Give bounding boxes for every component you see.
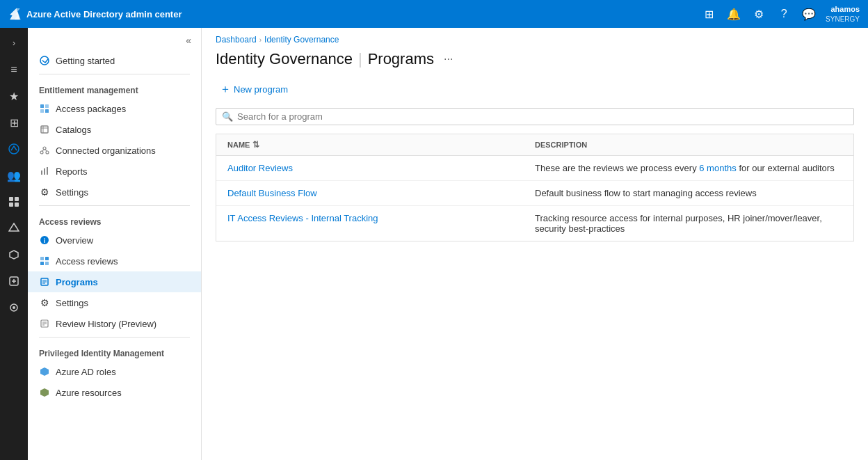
program-desc-auditor: These are the reviews we process every 6…: [535, 163, 842, 173]
collapse-btn-area: «: [28, 28, 201, 50]
getting-started-icon: [39, 55, 50, 66]
azure-ad-roles-icon: [39, 366, 50, 377]
sidebar-icon-favorites[interactable]: ★: [1, 84, 26, 109]
nav-item-azure-resources[interactable]: Azure resources: [28, 382, 201, 403]
programs-label: Programs: [56, 277, 98, 287]
sidebar-icon-hamburger[interactable]: ≡: [1, 57, 26, 82]
nav-item-access-packages[interactable]: Access packages: [28, 98, 201, 119]
sidebar-icon-identity[interactable]: [1, 242, 26, 267]
feedback-icon: 💬: [802, 8, 816, 21]
program-name-auditor[interactable]: Auditor Reviews: [227, 163, 535, 173]
breadcrumb-dashboard[interactable]: Dashboard: [216, 35, 257, 45]
nav-item-settings-entitlement[interactable]: ⚙ Settings: [28, 182, 201, 203]
svg-marker-40: [40, 388, 49, 397]
app-title: Azure Active Directory admin center: [8, 7, 182, 21]
svg-rect-11: [45, 104, 49, 108]
program-name-it-access[interactable]: IT Access Reviews - Internal Tracking: [227, 213, 535, 234]
bell-icon-btn[interactable]: 🔔: [723, 3, 745, 25]
help-icon-btn[interactable]: ?: [773, 3, 795, 25]
portal-icon: ⊞: [705, 8, 714, 21]
sidebar-icon-more2[interactable]: [1, 295, 26, 320]
page-title: Identity Governance: [216, 50, 353, 68]
settings-entitlement-label: Settings: [56, 187, 88, 198]
svg-rect-23: [44, 168, 45, 175]
new-program-button[interactable]: ＋ New program: [216, 79, 292, 100]
nav-item-programs[interactable]: Programs: [28, 271, 201, 292]
breadcrumb-identity-governance[interactable]: Identity Governance: [264, 35, 339, 45]
sidebar-icon-all-services[interactable]: ⊞: [1, 110, 26, 135]
col-header-name: NAME ⇅: [227, 140, 535, 150]
nav-item-getting-started[interactable]: Getting started: [28, 50, 201, 71]
nav-item-overview[interactable]: i Overview: [28, 230, 201, 251]
sidebar-icon-more1[interactable]: [1, 269, 26, 294]
overview-label: Overview: [56, 235, 93, 246]
nav-item-reports[interactable]: Reports: [28, 161, 201, 182]
settings-access-reviews-label: Settings: [56, 298, 88, 308]
svg-rect-2: [15, 197, 19, 201]
app-name-label: Azure Active Directory admin center: [26, 9, 182, 19]
settings-entitlement-icon: ⚙: [39, 187, 50, 198]
program-name-default[interactable]: Default Business Flow: [227, 188, 535, 198]
svg-rect-28: [45, 257, 49, 260]
svg-point-19: [46, 151, 49, 154]
catalogs-icon: [39, 124, 50, 135]
page-subtitle: Programs: [368, 50, 434, 68]
getting-started-label: Getting started: [56, 56, 115, 66]
access-packages-label: Access packages: [56, 104, 126, 114]
user-info[interactable]: ahamos SYNERGY: [826, 4, 860, 23]
svg-rect-24: [47, 167, 48, 175]
gear-icon-btn[interactable]: ⚙: [748, 3, 770, 25]
svg-point-18: [40, 151, 43, 154]
svg-rect-10: [40, 104, 44, 108]
breadcrumb: Dashboard › Identity Governance: [202, 28, 868, 47]
nav-item-access-reviews[interactable]: Access reviews: [28, 251, 201, 271]
main-content: Dashboard › Identity Governance Identity…: [202, 28, 868, 460]
ellipsis-button[interactable]: ···: [440, 51, 457, 67]
catalogs-label: Catalogs: [56, 125, 91, 135]
collapse-sidebar-btn[interactable]: ›: [1, 33, 26, 53]
search-icon: 🔍: [222, 111, 233, 122]
svg-rect-4: [15, 203, 19, 207]
nav-item-review-history[interactable]: Review History (Preview): [28, 313, 201, 334]
svg-rect-12: [40, 109, 44, 113]
settings-access-reviews-icon: ⚙: [39, 297, 50, 308]
sort-name-icon[interactable]: ⇅: [252, 140, 259, 150]
sidebar-icon-resources[interactable]: [1, 216, 26, 241]
nav-item-catalogs[interactable]: Catalogs: [28, 119, 201, 140]
search-input[interactable]: [237, 111, 848, 122]
sidebar-icon-aad[interactable]: [1, 136, 26, 161]
sidebar-icon-apps[interactable]: [1, 189, 26, 214]
nav-item-connected-orgs[interactable]: Connected organizations: [28, 140, 201, 161]
section-access-reviews-label: Access reviews: [28, 209, 201, 230]
6-months-link[interactable]: 6 months: [699, 163, 736, 173]
col-description-label: DESCRIPTION: [535, 141, 587, 149]
table-row: IT Access Reviews - Internal Tracking Tr…: [216, 206, 853, 241]
sidebar-icon-users[interactable]: 👥: [1, 163, 26, 188]
nav-item-azure-ad-roles[interactable]: Azure AD roles: [28, 361, 201, 382]
azure-ad-roles-label: Azure AD roles: [56, 367, 116, 377]
svg-point-8: [13, 306, 15, 309]
svg-rect-3: [9, 203, 13, 207]
svg-marker-39: [40, 367, 49, 376]
bell-icon: 🔔: [727, 8, 741, 21]
page-title-separator: |: [358, 50, 362, 68]
svg-rect-22: [41, 170, 42, 175]
section-pim-label: Privileged Identity Management: [28, 340, 201, 361]
gear-icon: ⚙: [754, 8, 764, 21]
search-bar: 🔍: [216, 108, 854, 125]
table-row: Auditor Reviews These are the reviews we…: [216, 156, 853, 181]
svg-rect-1: [9, 197, 13, 201]
divider-pim: [39, 337, 190, 338]
topbar-icons: ⊞ 🔔 ⚙ ? 💬 ahamos SYNERGY: [698, 3, 860, 25]
toolbar: ＋ New program: [202, 79, 868, 108]
collapse-nav-button[interactable]: «: [183, 33, 194, 47]
breadcrumb-chevron: ›: [259, 36, 262, 44]
portal-icon-btn[interactable]: ⊞: [698, 3, 720, 25]
reports-label: Reports: [56, 166, 88, 177]
nav-item-settings-access-reviews[interactable]: ⚙ Settings: [28, 292, 201, 313]
azure-resources-icon: [39, 387, 50, 398]
feedback-icon-btn[interactable]: 💬: [798, 3, 820, 25]
program-desc-it-access: Tracking resource access for internal pu…: [535, 213, 842, 234]
main-layout: › ≡ ★ ⊞ 👥: [0, 28, 868, 460]
reports-icon: [39, 166, 50, 177]
